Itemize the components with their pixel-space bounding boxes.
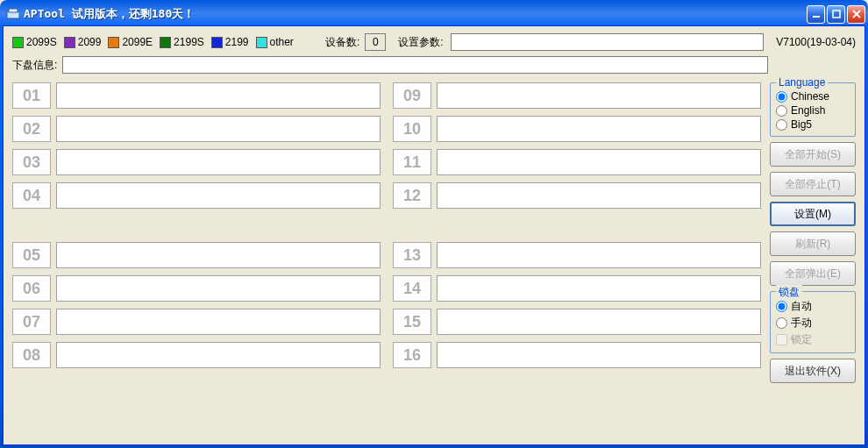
slot-field-03[interactable] bbox=[56, 149, 381, 175]
slot-field-16[interactable] bbox=[437, 342, 761, 368]
slot-number-09: 09 bbox=[393, 82, 431, 109]
legend-swatch bbox=[256, 37, 267, 48]
svg-rect-1 bbox=[9, 9, 18, 12]
legend-label: 2199 bbox=[225, 36, 249, 48]
legend-label: other bbox=[270, 36, 294, 48]
slot-field-14[interactable] bbox=[437, 275, 761, 302]
slot-number-04: 04 bbox=[12, 182, 51, 209]
slot-row-07: 07 bbox=[12, 309, 381, 335]
params-input[interactable] bbox=[451, 33, 765, 51]
slot-field-02[interactable] bbox=[56, 116, 381, 142]
slot-field-01[interactable] bbox=[56, 82, 381, 109]
language-radio-chinese[interactable] bbox=[776, 91, 787, 103]
slot-row-01: 01 bbox=[12, 82, 381, 109]
app-icon bbox=[6, 7, 20, 21]
lock-auto-radio[interactable] bbox=[776, 301, 787, 312]
disk-info-label: 下盘信息: bbox=[12, 58, 57, 73]
slot-field-08[interactable] bbox=[56, 342, 381, 368]
slot-row-11: 11 bbox=[393, 149, 761, 175]
legend-item-other: other bbox=[256, 36, 294, 48]
language-radio-english[interactable] bbox=[776, 105, 787, 117]
slot-row-14: 14 bbox=[393, 275, 761, 302]
slot-row-03: 03 bbox=[12, 149, 381, 175]
slot-field-09[interactable] bbox=[437, 82, 761, 109]
slot-row-04: 04 bbox=[12, 182, 381, 209]
slot-number-02: 02 bbox=[12, 116, 51, 142]
slot-number-14: 14 bbox=[393, 275, 431, 302]
slot-row-06: 06 bbox=[12, 275, 381, 302]
slot-number-10: 10 bbox=[393, 116, 431, 142]
slot-number-06: 06 bbox=[12, 275, 51, 302]
right-panel: Language ChineseEnglishBig5 全部开始(S) 全部停止… bbox=[770, 82, 856, 383]
language-option-chinese[interactable]: Chinese bbox=[776, 90, 850, 103]
legend-item-2099e: 2099E bbox=[108, 36, 153, 48]
slot-number-05: 05 bbox=[12, 242, 51, 268]
legend-swatch bbox=[160, 37, 171, 48]
slot-row-13: 13 bbox=[393, 242, 761, 268]
slot-field-15[interactable] bbox=[437, 309, 761, 335]
legend-swatch bbox=[64, 37, 75, 48]
slot-field-07[interactable] bbox=[56, 309, 381, 335]
version-label: V7100(19-03-04) bbox=[776, 36, 856, 48]
slot-row-09: 09 bbox=[393, 82, 761, 109]
legend-item-2099: 2099 bbox=[64, 36, 102, 48]
device-count-value: 0 bbox=[365, 33, 386, 51]
language-option-big5[interactable]: Big5 bbox=[776, 118, 850, 131]
slot-row-02: 02 bbox=[12, 116, 381, 142]
slot-row-12: 12 bbox=[393, 182, 761, 209]
exit-button[interactable]: 退出软件(X) bbox=[770, 359, 856, 383]
slot-number-01: 01 bbox=[12, 82, 51, 109]
slot-row-05: 05 bbox=[12, 242, 381, 268]
language-option-english[interactable]: English bbox=[776, 104, 850, 117]
slot-number-08: 08 bbox=[12, 342, 51, 368]
minimize-button[interactable] bbox=[807, 5, 825, 24]
params-label: 设置参数: bbox=[398, 35, 443, 50]
lock-group: 锁盘 自动 手动 锁定 bbox=[770, 291, 856, 353]
legend-item-2199: 2199 bbox=[211, 36, 249, 48]
disk-info-input[interactable] bbox=[62, 56, 768, 74]
titlebar[interactable]: APTool 试用版本，还剩180天！ bbox=[3, 3, 865, 25]
settings-button[interactable]: 设置(M) bbox=[770, 202, 856, 226]
start-all-button[interactable]: 全部开始(S) bbox=[770, 142, 856, 167]
window: APTool 试用版本，还剩180天！ 2099S20992099E2199S2… bbox=[0, 0, 868, 448]
lock-manual-option[interactable]: 手动 bbox=[776, 316, 850, 331]
stop-all-button[interactable]: 全部停止(T) bbox=[770, 172, 856, 196]
slot-row-15: 15 bbox=[393, 309, 761, 335]
slot-row-10: 10 bbox=[393, 116, 761, 142]
slot-field-06[interactable] bbox=[56, 275, 381, 302]
lock-checkbox bbox=[776, 334, 787, 345]
slot-row-16: 16 bbox=[393, 342, 761, 368]
eject-all-button[interactable]: 全部弹出(E) bbox=[770, 261, 856, 286]
slot-field-10[interactable] bbox=[437, 116, 761, 142]
maximize-button[interactable] bbox=[827, 5, 845, 24]
lock-manual-radio[interactable] bbox=[776, 317, 787, 329]
device-count-label: 设备数: bbox=[325, 35, 359, 50]
slot-field-13[interactable] bbox=[437, 242, 761, 268]
window-title: APTool 试用版本，还剩180天！ bbox=[24, 6, 195, 22]
slot-field-12[interactable] bbox=[437, 182, 761, 209]
legend-label: 2099 bbox=[78, 36, 102, 48]
close-button[interactable] bbox=[847, 5, 865, 24]
legend-item-2099s: 2099S bbox=[12, 36, 57, 48]
lock-auto-option[interactable]: 自动 bbox=[776, 299, 850, 314]
disk-info-row: 下盘信息: bbox=[12, 56, 856, 74]
slot-number-11: 11 bbox=[393, 149, 431, 175]
lock-lock-option: 锁定 bbox=[776, 332, 850, 347]
slot-field-05[interactable] bbox=[56, 242, 381, 268]
legend-label: 2099S bbox=[26, 36, 57, 48]
legend-swatch bbox=[211, 37, 223, 48]
slot-number-16: 16 bbox=[393, 342, 431, 368]
legend-label: 2099E bbox=[122, 36, 153, 48]
refresh-button[interactable]: 刷新(R) bbox=[770, 231, 856, 256]
legend-swatch bbox=[12, 37, 24, 48]
slot-row-08: 08 bbox=[12, 342, 381, 368]
language-group: Language ChineseEnglishBig5 bbox=[770, 82, 856, 137]
slot-number-13: 13 bbox=[393, 242, 431, 268]
slots-area: 0102030405060708 0910111213141516 bbox=[12, 82, 761, 383]
slot-field-11[interactable] bbox=[437, 149, 761, 175]
slot-number-12: 12 bbox=[393, 182, 431, 209]
legend-label: 2199S bbox=[174, 36, 204, 48]
language-title: Language bbox=[776, 76, 828, 89]
slot-field-04[interactable] bbox=[56, 182, 381, 209]
language-radio-big5[interactable] bbox=[776, 119, 787, 131]
